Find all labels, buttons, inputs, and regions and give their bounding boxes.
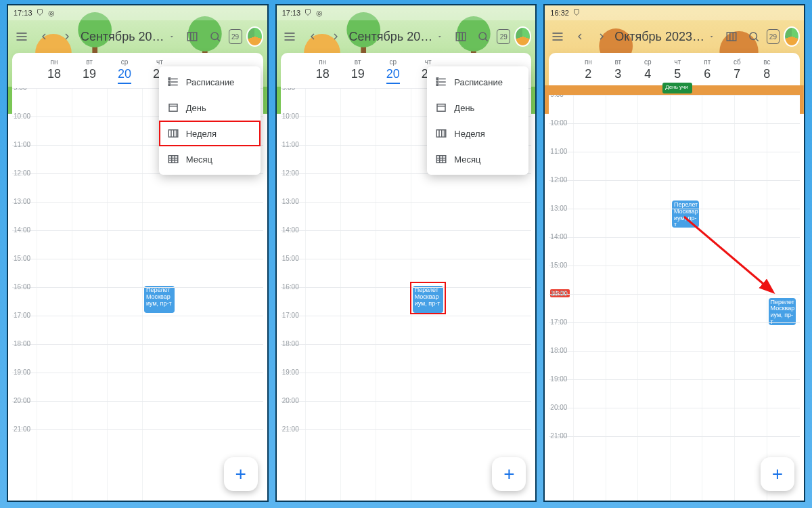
- svg-rect-20: [169, 104, 177, 112]
- svg-rect-26: [168, 156, 178, 163]
- svg-rect-68: [727, 33, 737, 41]
- days-header: пн2 вт3 ср4 чт5 пт6 сб7 вс8 День учи: [549, 53, 800, 85]
- svg-rect-57: [437, 156, 447, 163]
- month-icon: [435, 153, 447, 165]
- menu-month[interactable]: Месяц: [159, 146, 261, 172]
- screenshot-2: 17:13 ⛉ ◎ Сентябрь 20… 29 пн18 вт19 ср20…: [275, 4, 537, 502]
- menu-month[interactable]: Месяц: [427, 146, 528, 172]
- week-icon: [167, 127, 179, 140]
- app-topbar: Сентябрь 20… 29: [277, 20, 536, 53]
- svg-rect-50: [437, 84, 438, 85]
- app-topbar: Сентябрь 20… 29: [8, 20, 267, 53]
- calendar-grid[interactable]: Перелет Москвар иум, пр-т Перелет Москва…: [549, 95, 800, 501]
- month-title[interactable]: Сентябрь 20…: [81, 30, 164, 44]
- menu-schedule[interactable]: Расписание: [427, 69, 528, 95]
- svg-rect-49: [437, 81, 438, 83]
- next-button[interactable]: [326, 25, 345, 48]
- day-icon: [435, 102, 447, 114]
- chevron-down-icon: [168, 33, 175, 41]
- view-switch-button[interactable]: [183, 25, 202, 48]
- view-menu: Расписание День Неделя Месяц: [427, 66, 528, 175]
- prev-button[interactable]: [35, 25, 54, 48]
- status-icon: ⛉: [573, 9, 581, 17]
- next-button[interactable]: [58, 25, 76, 48]
- menu-icon[interactable]: [549, 25, 566, 48]
- view-switch-button[interactable]: [723, 25, 740, 48]
- fab-create[interactable]: +: [492, 457, 526, 491]
- prev-button[interactable]: [303, 25, 322, 48]
- status-icon: ◎: [316, 9, 323, 18]
- svg-rect-17: [168, 78, 170, 79]
- prev-button[interactable]: [571, 25, 589, 48]
- menu-week[interactable]: Неделя: [427, 121, 528, 146]
- day-icon: [167, 102, 179, 114]
- screenshot-1: 17:13 ⛉ ◎ Сентябрь 20… 29 пн18 вт19 ср20…: [7, 4, 269, 502]
- app-topbar: Октябрь 2023… 29: [545, 20, 804, 53]
- next-button[interactable]: [593, 25, 610, 48]
- month-icon: [167, 153, 179, 165]
- menu-icon[interactable]: [12, 25, 31, 48]
- allday-event[interactable]: День учи: [662, 83, 692, 93]
- search-icon[interactable]: [206, 25, 225, 48]
- today-button[interactable]: 29: [767, 29, 780, 44]
- avatar[interactable]: [514, 26, 531, 47]
- status-bar: 17:13 ⛉ ◎: [8, 5, 267, 20]
- svg-rect-40: [456, 33, 466, 41]
- list-icon: [167, 76, 179, 88]
- today-button[interactable]: 29: [229, 29, 242, 44]
- today-button[interactable]: 29: [497, 29, 510, 44]
- status-icon: ⛉: [37, 9, 44, 17]
- chevron-down-icon: [708, 33, 715, 41]
- svg-rect-19: [168, 84, 170, 85]
- svg-line-44: [485, 39, 488, 41]
- menu-day[interactable]: День: [427, 95, 528, 121]
- menu-schedule[interactable]: Расписание: [159, 69, 261, 95]
- status-time: 17:13: [282, 9, 301, 17]
- annotation-highlight: [410, 282, 446, 314]
- search-icon[interactable]: [474, 25, 493, 48]
- svg-point-71: [750, 33, 757, 40]
- status-time: 17:13: [14, 9, 32, 17]
- week-icon: [435, 127, 447, 140]
- chevron-down-icon: [436, 33, 443, 41]
- status-icon: ◎: [48, 9, 55, 18]
- view-switch-button[interactable]: [451, 25, 470, 48]
- search-icon[interactable]: [745, 25, 763, 48]
- avatar[interactable]: [246, 26, 263, 47]
- month-title[interactable]: Октябрь 2023…: [614, 30, 704, 44]
- svg-point-43: [479, 33, 487, 40]
- svg-line-13: [217, 39, 220, 41]
- menu-day[interactable]: День: [159, 95, 261, 121]
- svg-line-72: [756, 39, 759, 41]
- svg-rect-9: [187, 33, 197, 41]
- month-title[interactable]: Сентябрь 20…: [349, 30, 433, 44]
- fab-create[interactable]: +: [224, 457, 258, 491]
- status-bar: 17:13 ⛉ ◎: [277, 5, 536, 20]
- svg-rect-18: [168, 81, 170, 83]
- svg-point-12: [211, 33, 219, 40]
- status-bar: 16:32 ⛉: [545, 5, 804, 20]
- menu-icon[interactable]: [281, 25, 300, 48]
- fab-create[interactable]: +: [761, 457, 794, 491]
- list-icon: [435, 76, 447, 88]
- view-menu: Расписание День Неделя Месяц: [159, 66, 261, 175]
- svg-rect-51: [437, 104, 445, 112]
- menu-week[interactable]: Неделя: [159, 121, 261, 146]
- status-time: 16:32: [550, 9, 569, 17]
- avatar[interactable]: [784, 26, 800, 47]
- svg-rect-48: [437, 78, 438, 79]
- status-icon: ⛉: [304, 9, 312, 17]
- screenshot-3: 16:32 ⛉ Октябрь 2023… 29 пн2 вт3 ср4 чт5…: [543, 4, 805, 502]
